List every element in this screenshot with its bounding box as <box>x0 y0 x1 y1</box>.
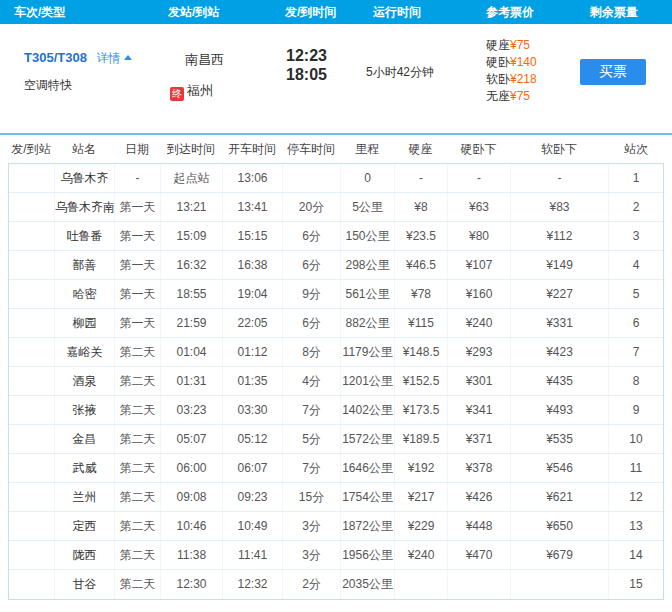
cell-hard-sleeper: - <box>448 164 511 192</box>
cell-soft-sleeper: ¥679 <box>511 541 609 569</box>
cell-hard-sleeper: ¥301 <box>448 367 511 395</box>
cell-fromto <box>9 483 55 511</box>
cell-fromto <box>9 193 55 221</box>
cell-soft-sleeper: ¥149 <box>511 251 609 279</box>
cell-distance: 150公里 <box>341 222 395 250</box>
cell-distance: 2035公里 <box>341 570 395 599</box>
cell-hard-sleeper: ¥160 <box>448 280 511 308</box>
cell-arrive-time: 16:32 <box>161 251 223 279</box>
train-type: 空调特快 <box>24 77 72 94</box>
cell-hard-seat: ¥78 <box>395 280 448 308</box>
cell-stop-time: 6分 <box>283 309 341 337</box>
cell-hard-seat: ¥217 <box>395 483 448 511</box>
cell-hard-seat: ¥189.5 <box>395 425 448 453</box>
cell-stop-index: 4 <box>609 251 663 279</box>
cell-soft-sleeper: ¥331 <box>511 309 609 337</box>
cell-station: 武威 <box>55 454 115 482</box>
cell-depart-time: 03:30 <box>223 396 283 424</box>
cell-arrive-time: 10:46 <box>161 512 223 540</box>
cell-arrive-time: 13:21 <box>161 193 223 221</box>
header-col-remaining: 剩余票量 <box>590 0 638 24</box>
cell-date: 第二天 <box>115 541 161 569</box>
duration: 5小时42分钟 <box>366 64 434 81</box>
cell-date: 第二天 <box>115 570 161 599</box>
cell-stop-time: 3分 <box>283 512 341 540</box>
cell-depart-time: 16:38 <box>223 251 283 279</box>
cell-distance: 882公里 <box>341 309 395 337</box>
timetable-header: 发/到站 站名 日期 到达时间 开车时间 停车时间 里程 硬座 硬卧下 软卧下 … <box>8 135 664 163</box>
cell-stop-time: 7分 <box>283 396 341 424</box>
cell-depart-time: 10:49 <box>223 512 283 540</box>
cell-date: 第一天 <box>115 309 161 337</box>
cell-hard-seat: ¥8 <box>395 193 448 221</box>
cell-distance: 1872公里 <box>341 512 395 540</box>
details-toggle[interactable]: 详情 <box>97 51 132 65</box>
cell-depart-time: 11:41 <box>223 541 283 569</box>
train-card: T305/T308 详情 空调特快 南昌西 终福州 12:23 18:05 5小… <box>0 24 672 133</box>
cell-hard-seat: - <box>395 164 448 192</box>
cell-depart-time: 06:07 <box>223 454 283 482</box>
seat-price: ¥140 <box>510 55 537 69</box>
cell-fromto <box>9 425 55 453</box>
cell-distance: 561公里 <box>341 280 395 308</box>
header-col-price: 参考票价 <box>486 0 534 24</box>
cell-fromto <box>9 309 55 337</box>
col-distance: 里程 <box>340 141 394 158</box>
cell-fromto <box>9 570 55 599</box>
cell-hard-seat: ¥192 <box>395 454 448 482</box>
cell-date: 第二天 <box>115 483 161 511</box>
cell-stop-time: 2分 <box>283 570 341 599</box>
cell-arrive-time: 01:31 <box>161 367 223 395</box>
cell-hard-seat: ¥46.5 <box>395 251 448 279</box>
table-row: 乌鲁木齐南第一天13:2113:4120分5公里¥8¥63¥832 <box>9 193 663 222</box>
cell-station: 酒泉 <box>55 367 115 395</box>
cell-stop-time: 20分 <box>283 193 341 221</box>
cell-station: 哈密 <box>55 280 115 308</box>
cell-depart-time: 05:12 <box>223 425 283 453</box>
cell-distance: 1956公里 <box>341 541 395 569</box>
cell-stop-index: 14 <box>609 541 663 569</box>
cell-date: 第二天 <box>115 396 161 424</box>
cell-arrive-time: 起点站 <box>161 164 223 192</box>
arrive-time: 18:05 <box>286 66 327 84</box>
table-row: 陇西第二天11:3811:413分1956公里¥240¥470¥67914 <box>9 541 663 570</box>
cell-soft-sleeper: ¥227 <box>511 280 609 308</box>
cell-fromto <box>9 541 55 569</box>
cell-stop-index: 7 <box>609 338 663 366</box>
cell-stop-index: 6 <box>609 309 663 337</box>
cell-hard-seat: ¥173.5 <box>395 396 448 424</box>
col-stop-index: 站次 <box>608 141 664 158</box>
price-list: 硬座¥75 硬卧¥140 软卧¥218 无座¥75 <box>486 37 537 105</box>
cell-stop-time: 8分 <box>283 338 341 366</box>
cell-fromto <box>9 164 55 192</box>
details-label: 详情 <box>97 51 121 65</box>
cell-station: 鄯善 <box>55 251 115 279</box>
table-row: 定西第二天10:4610:493分1872公里¥229¥448¥65013 <box>9 512 663 541</box>
col-fromto: 发/到站 <box>8 141 54 158</box>
cell-soft-sleeper: ¥650 <box>511 512 609 540</box>
cell-arrive-time: 06:00 <box>161 454 223 482</box>
cell-distance: 1179公里 <box>341 338 395 366</box>
table-row: 吐鲁番第一天15:0915:156分150公里¥23.5¥80¥1123 <box>9 222 663 251</box>
cell-arrive-time: 05:07 <box>161 425 223 453</box>
cell-station: 甘谷 <box>55 570 115 599</box>
train-id: T305/T308 详情 <box>24 50 132 67</box>
cell-depart-time: 19:04 <box>223 280 283 308</box>
cell-hard-seat: ¥115 <box>395 309 448 337</box>
cell-arrive-time: 09:08 <box>161 483 223 511</box>
cell-stop-index: 1 <box>609 164 663 192</box>
cell-stop-time: 5分 <box>283 425 341 453</box>
cell-station: 柳园 <box>55 309 115 337</box>
cell-arrive-time: 03:23 <box>161 396 223 424</box>
table-row: 鄯善第一天16:3216:386分298公里¥46.5¥107¥1494 <box>9 251 663 280</box>
buy-ticket-button[interactable]: 买票 <box>580 59 646 85</box>
cell-distance: 1201公里 <box>341 367 395 395</box>
cell-depart-time: 01:12 <box>223 338 283 366</box>
cell-soft-sleeper: ¥83 <box>511 193 609 221</box>
cell-hard-seat: ¥148.5 <box>395 338 448 366</box>
cell-date: 第一天 <box>115 280 161 308</box>
cell-soft-sleeper: ¥435 <box>511 367 609 395</box>
cell-station: 金昌 <box>55 425 115 453</box>
cell-station: 定西 <box>55 512 115 540</box>
cell-hard-sleeper: ¥341 <box>448 396 511 424</box>
